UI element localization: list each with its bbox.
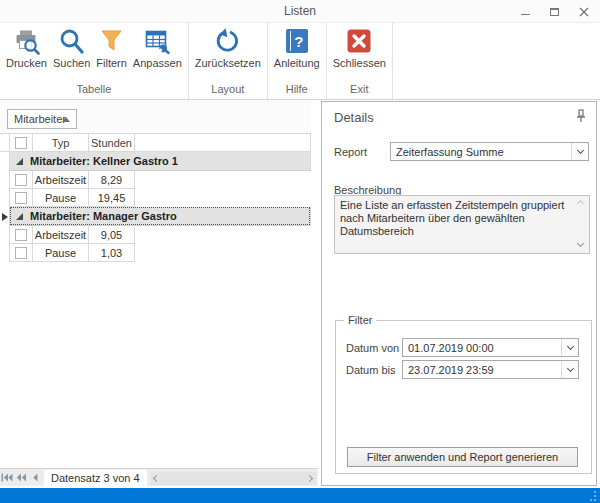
zuruecksetzen-label: Zurücksetzen — [195, 57, 261, 69]
datum-bis-dropdown-button[interactable] — [561, 361, 578, 378]
scroll-right-icon[interactable] — [306, 475, 313, 482]
funnel-icon — [98, 27, 126, 55]
anpassen-label: Anpassen — [133, 57, 182, 69]
reset-icon — [214, 27, 242, 55]
close-box-icon — [345, 27, 373, 55]
checkbox-icon — [15, 229, 27, 241]
printer-search-icon — [12, 27, 40, 55]
column-header-stunden[interactable]: Stunden — [89, 134, 135, 152]
datum-bis-combobox[interactable]: 23.07.2019 23:59 — [402, 360, 579, 379]
anleitung-button[interactable]: ? Anleitung — [271, 25, 323, 80]
grid-pane: Mitarbeiter Typ Stunden Mitarbeiter: Kel… — [0, 100, 311, 468]
current-row-arrow-icon — [2, 213, 8, 221]
cell-stunden: 9,05 — [89, 226, 135, 244]
datum-bis-label: Datum bis — [346, 364, 396, 376]
nav-first-button[interactable] — [0, 470, 14, 486]
nav-prev-page-icon — [16, 473, 27, 482]
data-grid: Typ Stunden Mitarbeiter: Kellner Gastro … — [0, 133, 311, 262]
close-icon — [579, 7, 589, 17]
datum-von-dropdown-button[interactable] — [561, 339, 578, 356]
ribbon-group-caption: Exit — [330, 80, 389, 99]
chevron-down-icon — [566, 342, 573, 349]
scroll-down-icon[interactable] — [578, 241, 584, 247]
minimize-button[interactable] — [511, 0, 540, 23]
datum-bis-value: 23.07.2019 23:59 — [403, 361, 561, 378]
group-row-content: Mitarbeiter: Manager Gastro — [10, 207, 311, 226]
anpassen-button[interactable]: Anpassen — [130, 25, 185, 80]
taskbar[interactable] — [0, 488, 600, 503]
report-dropdown-button[interactable] — [571, 143, 588, 160]
group-expanded-icon[interactable] — [15, 212, 24, 221]
chevron-down-icon — [566, 364, 573, 371]
grid-header-row: Typ Stunden — [0, 134, 311, 152]
nav-prev-button[interactable] — [28, 470, 42, 486]
pin-icon[interactable] — [575, 109, 587, 123]
row-checkbox[interactable] — [10, 244, 33, 262]
filter-groupbox: Filter Datum von 01.07.2019 00:00 Datum … — [335, 320, 592, 474]
datum-von-value: 01.07.2019 00:00 — [403, 339, 561, 356]
ribbon-group-layout: Zurücksetzen Layout — [189, 23, 268, 99]
row-checkbox[interactable] — [10, 171, 33, 189]
beschreibung-textarea[interactable]: Eine Liste an erfassten Zeitstempeln gru… — [334, 195, 590, 254]
filtern-label: Filtern — [96, 57, 127, 69]
apply-filter-button[interactable]: Filter anwenden und Report generieren — [347, 447, 578, 467]
schliessen-label: Schliessen — [333, 57, 386, 69]
ribbon-group-exit: Schliessen Exit — [327, 23, 393, 99]
group-header-text: Mitarbeiter: Manager Gastro — [30, 210, 177, 222]
close-button[interactable] — [569, 0, 598, 23]
nav-prev-page-button[interactable] — [14, 470, 28, 486]
scroll-left-icon[interactable] — [153, 475, 160, 482]
cell-typ: Arbeitszeit — [33, 226, 89, 244]
checkbox-icon — [15, 174, 27, 186]
select-all-checkbox[interactable] — [10, 134, 33, 152]
record-navigator: Datensatz 3 von 4 — [0, 468, 318, 486]
row-checkbox[interactable] — [10, 189, 33, 207]
cell-typ: Pause — [33, 244, 89, 262]
cell-stunden: 1,03 — [89, 244, 135, 262]
zuruecksetzen-button[interactable]: Zurücksetzen — [192, 25, 264, 80]
row-checkbox[interactable] — [10, 226, 33, 244]
scroll-up-icon[interactable] — [578, 201, 584, 207]
current-row-indicator — [0, 207, 10, 226]
row-indicator-cell — [0, 189, 10, 207]
details-title: Details — [334, 110, 374, 125]
manual-book-icon: ? — [283, 27, 311, 55]
datum-von-label: Datum von — [346, 342, 399, 354]
group-by-column-button[interactable]: Mitarbeiter — [7, 109, 77, 129]
cell-typ: Pause — [33, 189, 89, 207]
table-row[interactable]: Pause 1,03 — [0, 244, 311, 262]
report-combobox[interactable]: Zeiterfassung Summe — [390, 142, 589, 161]
table-row[interactable]: Arbeitszeit 9,05 — [0, 226, 311, 244]
datum-von-combobox[interactable]: 01.07.2019 00:00 — [402, 338, 579, 357]
filtern-button[interactable]: Filtern — [93, 25, 130, 80]
suchen-label: Suchen — [53, 57, 90, 69]
row-indicator-cell — [0, 152, 10, 171]
drucken-button[interactable]: Drucken — [3, 25, 50, 80]
suchen-button[interactable]: Suchen — [50, 25, 93, 80]
maximize-button[interactable] — [540, 0, 569, 23]
group-by-panel[interactable]: Mitarbeiter — [0, 100, 311, 133]
group-row-current[interactable]: Mitarbeiter: Manager Gastro — [0, 207, 311, 226]
ribbon-group-caption: Tabelle — [3, 80, 185, 99]
group-expanded-icon[interactable] — [15, 157, 24, 166]
column-header-typ[interactable]: Typ — [33, 134, 89, 152]
ribbon-group-caption: Hilfe — [271, 80, 323, 99]
cell-stunden: 19,45 — [89, 189, 135, 207]
group-row-content: Mitarbeiter: Kellner Gastro 1 — [10, 152, 311, 171]
beschreibung-text: Eine Liste an erfassten Zeitstempeln gru… — [340, 199, 564, 237]
schliessen-button[interactable]: Schliessen — [330, 25, 389, 80]
group-row[interactable]: Mitarbeiter: Kellner Gastro 1 — [0, 152, 311, 171]
table-row[interactable]: Pause 19,45 — [0, 189, 311, 207]
details-panel: Details Report Zeiterfassung Summe Besch… — [321, 101, 597, 486]
row-indicator-cell — [0, 226, 10, 244]
group-by-label: Mitarbeiter — [14, 113, 66, 125]
table-row[interactable]: Arbeitszeit 8,29 — [0, 171, 311, 189]
column-header-filler — [135, 134, 311, 152]
nav-first-icon — [1, 473, 13, 482]
ribbon: Drucken Suchen — [0, 23, 600, 100]
checkbox-icon — [15, 247, 27, 259]
cell-stunden: 8,29 — [89, 171, 135, 189]
row-indicator-cell — [0, 171, 10, 189]
search-icon — [58, 27, 86, 55]
horizontal-scrollbar[interactable] — [150, 472, 316, 485]
